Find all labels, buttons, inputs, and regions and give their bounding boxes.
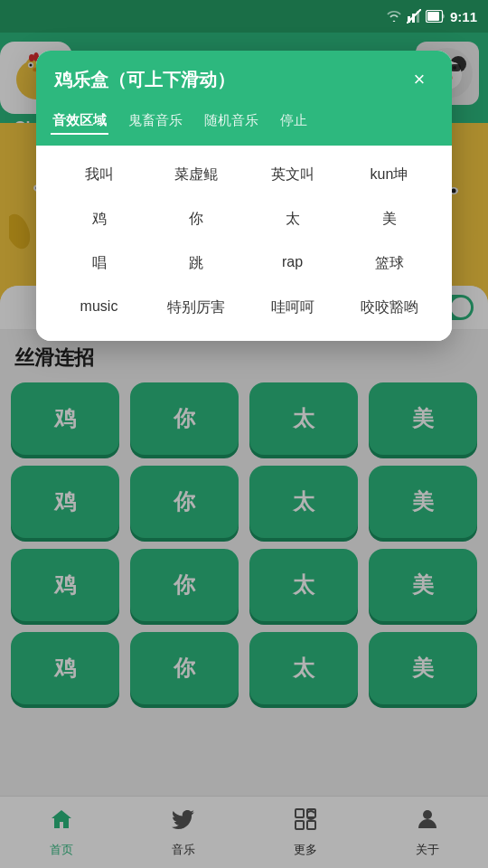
signal-icon — [407, 9, 421, 24]
modal-tabs: 音效区域 鬼畜音乐 随机音乐 停止 — [36, 108, 452, 146]
modal-tab-random[interactable]: 随机音乐 — [202, 108, 260, 135]
modal-tab-sfx[interactable]: 音效区域 — [51, 108, 108, 135]
modal-word-5[interactable]: 你 — [147, 197, 244, 241]
modal-word-6[interactable]: 太 — [244, 197, 341, 241]
battery-icon — [426, 10, 446, 23]
modal-word-grid: 我叫菜虚鲲英文叫kun坤鸡你太美唱跳rap篮球music特别厉害哇呵呵咬咬豁哟 — [36, 146, 452, 341]
modal-tab-ghost[interactable]: 鬼畜音乐 — [127, 108, 184, 135]
modal-word-12[interactable]: music — [51, 286, 147, 330]
wifi-icon — [386, 10, 402, 23]
modal-tab-stop[interactable]: 停止 — [278, 108, 309, 135]
modal-word-13[interactable]: 特别厉害 — [147, 286, 244, 330]
modal-word-3[interactable]: kun坤 — [341, 153, 437, 197]
status-bar: 9:11 — [0, 0, 488, 33]
modal-dialog: 鸡乐盒（可上下滑动） × 音效区域 鬼畜音乐 随机音乐 停止 我叫菜虚鲲英文叫k… — [36, 51, 452, 341]
modal-word-1[interactable]: 菜虚鲲 — [147, 153, 244, 197]
modal-word-8[interactable]: 唱 — [51, 241, 147, 286]
status-icons: 9:11 — [386, 9, 477, 24]
app-background: Chick — [0, 33, 488, 868]
modal-overlay: 鸡乐盒（可上下滑动） × 音效区域 鬼畜音乐 随机音乐 停止 我叫菜虚鲲英文叫k… — [0, 33, 488, 868]
modal-word-2[interactable]: 英文叫 — [244, 153, 341, 197]
modal-word-0[interactable]: 我叫 — [51, 153, 147, 197]
modal-word-15[interactable]: 咬咬豁哟 — [341, 286, 437, 330]
modal-header: 鸡乐盒（可上下滑动） × — [36, 51, 452, 108]
svg-rect-5 — [427, 12, 439, 21]
modal-title: 鸡乐盒（可上下滑动） — [54, 68, 235, 92]
status-time: 9:11 — [450, 9, 477, 24]
modal-word-4[interactable]: 鸡 — [51, 197, 147, 241]
modal-word-14[interactable]: 哇呵呵 — [244, 286, 341, 330]
modal-word-11[interactable]: 篮球 — [341, 241, 437, 286]
modal-word-9[interactable]: 跳 — [147, 241, 244, 286]
modal-close-button[interactable]: × — [405, 65, 434, 94]
modal-word-7[interactable]: 美 — [341, 197, 437, 241]
modal-word-10[interactable]: rap — [244, 241, 341, 286]
